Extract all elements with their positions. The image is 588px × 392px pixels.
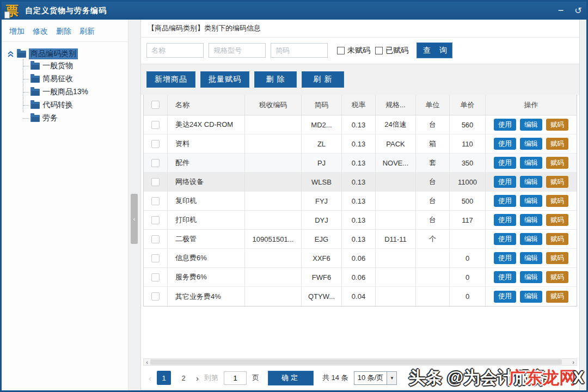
assign-code-button[interactable]: 赋码 <box>546 233 568 245</box>
next-page-icon[interactable]: › <box>196 373 199 383</box>
row-checkbox[interactable] <box>151 292 160 301</box>
unassigned-checkbox[interactable]: 未赋码 <box>337 46 370 56</box>
row-checkbox[interactable] <box>151 159 160 167</box>
tree-node-general-13[interactable]: 一般商品13% <box>23 85 126 99</box>
tree-node-label[interactable]: 劳务 <box>42 113 58 123</box>
scroll-right-icon[interactable]: › <box>570 359 577 365</box>
table-row: 复印机 FYJ 0.13 台 500 使用 编辑 赋码 <box>144 192 577 211</box>
tree-node-label[interactable]: 一般货物 <box>42 61 73 71</box>
batch-assign-button[interactable]: 批量赋码 <box>200 71 249 88</box>
edit-button[interactable]: 编辑 <box>520 271 542 283</box>
cell-price: 500 <box>450 192 486 210</box>
scrollbar-thumb[interactable] <box>150 359 562 365</box>
tree-node-general-goods[interactable]: 一般货物 <box>23 59 126 72</box>
sidebar-action-modify[interactable]: 修改 <box>33 27 48 36</box>
delete-button[interactable]: 删 除 <box>254 71 297 88</box>
use-button[interactable]: 使用 <box>494 271 516 283</box>
edit-button[interactable]: 编辑 <box>520 138 542 150</box>
edit-button[interactable]: 编辑 <box>520 291 542 303</box>
scroll-left-icon[interactable]: ‹ <box>144 359 150 365</box>
tree-node-label[interactable]: 简易征收 <box>42 74 73 84</box>
assign-code-button[interactable]: 赋码 <box>546 271 568 283</box>
page-button-1[interactable]: 1 <box>157 371 171 385</box>
row-checkbox[interactable] <box>151 216 160 224</box>
row-checkbox-cell <box>144 268 168 286</box>
assign-code-button[interactable]: 赋码 <box>546 252 568 264</box>
row-checkbox[interactable] <box>151 121 160 129</box>
edit-button[interactable]: 编辑 <box>520 119 542 131</box>
use-button[interactable]: 使用 <box>494 195 516 207</box>
use-button[interactable]: 使用 <box>494 119 516 131</box>
assign-code-button[interactable]: 赋码 <box>546 291 568 303</box>
sidebar-action-add[interactable]: 增加 <box>9 27 24 36</box>
assign-code-button[interactable]: 赋码 <box>546 157 568 169</box>
prev-page-icon[interactable]: ‹ <box>149 373 151 383</box>
assign-code-button[interactable]: 赋码 <box>546 119 568 131</box>
use-button[interactable]: 使用 <box>494 138 516 150</box>
tree-node-simple-levy[interactable]: 简易征收 <box>23 72 126 85</box>
tree-root-label[interactable]: 商品编码类别 <box>29 48 78 59</box>
goto-page-input[interactable] <box>224 371 247 385</box>
horizontal-scrollbar[interactable]: ‹ › <box>143 358 577 366</box>
query-button[interactable]: 查 询 <box>416 42 452 58</box>
per-page-select[interactable]: 10 条/页 ▼ <box>354 371 397 385</box>
assign-code-button[interactable]: 赋码 <box>546 138 568 150</box>
assign-code-button[interactable]: 赋码 <box>546 214 568 226</box>
confirm-page-button[interactable]: 确定 <box>268 371 314 385</box>
add-product-button[interactable]: 新增商品 <box>146 71 195 88</box>
use-button[interactable]: 使用 <box>494 233 516 245</box>
tree-root-node[interactable]: 商品编码类别 <box>4 48 126 59</box>
edit-button[interactable]: 编辑 <box>520 176 542 188</box>
edit-button[interactable]: 编辑 <box>520 233 542 245</box>
cell-price: 350 <box>450 154 486 172</box>
use-button[interactable]: 使用 <box>494 214 516 226</box>
sidebar-collapse-handle[interactable]: ‹ <box>131 194 138 244</box>
cell-price <box>450 230 486 248</box>
select-all-checkbox[interactable] <box>151 101 160 109</box>
cell-operations: 使用 编辑 赋码 <box>486 154 577 172</box>
cell-short-code: XXF6 <box>302 249 342 267</box>
edit-button[interactable]: 编辑 <box>520 214 542 226</box>
dropdown-arrow-icon[interactable]: ▼ <box>387 372 396 384</box>
assign-code-button[interactable]: 赋码 <box>546 176 568 188</box>
restore-icon[interactable]: ↺ <box>570 5 586 16</box>
edit-button[interactable]: 编辑 <box>520 195 542 207</box>
cell-tax-rate: 0.13 <box>342 173 376 191</box>
folder-icon <box>17 51 26 58</box>
scrollbar-track[interactable] <box>150 359 570 365</box>
assigned-checkbox[interactable]: 已赋码 <box>375 46 408 56</box>
refresh-button[interactable]: 刷 新 <box>302 71 344 88</box>
search-bar: 未赋码 已赋码 查 询 <box>141 38 579 64</box>
checkbox-icon[interactable] <box>375 47 383 54</box>
assign-code-button[interactable]: 赋码 <box>546 195 568 207</box>
tree-node-label[interactable]: 代码转换 <box>42 100 73 110</box>
tree-node-code-convert[interactable]: 代码转换 <box>23 99 126 112</box>
sidebar-action-delete[interactable]: 删除 <box>56 27 71 36</box>
row-checkbox[interactable] <box>151 178 160 186</box>
row-checkbox[interactable] <box>151 235 160 243</box>
use-button[interactable]: 使用 <box>494 291 516 303</box>
minimize-icon[interactable]: − <box>553 5 569 16</box>
cell-operations: 使用 编辑 赋码 <box>486 173 577 191</box>
page-button-2[interactable]: 2 <box>176 371 191 385</box>
sidebar-action-refresh[interactable]: 刷新 <box>79 27 95 36</box>
checkbox-icon[interactable] <box>337 47 345 54</box>
cell-unit <box>416 249 450 267</box>
row-checkbox[interactable] <box>151 140 160 148</box>
cell-spec <box>376 211 416 229</box>
tree-node-label[interactable]: 一般商品13% <box>42 87 88 97</box>
tree-node-labor[interactable]: 劳务 <box>23 112 126 125</box>
collapse-chevron-icon[interactable] <box>7 51 14 58</box>
shortcode-search-input[interactable] <box>271 43 328 58</box>
edit-button[interactable]: 编辑 <box>520 252 542 264</box>
edit-button[interactable]: 编辑 <box>520 157 542 169</box>
row-checkbox[interactable] <box>151 197 160 205</box>
use-button[interactable]: 使用 <box>494 252 516 264</box>
cell-name: 其它业务费4% <box>168 287 245 306</box>
use-button[interactable]: 使用 <box>494 157 516 169</box>
row-checkbox[interactable] <box>151 273 160 281</box>
name-search-input[interactable] <box>146 43 204 58</box>
use-button[interactable]: 使用 <box>494 176 516 188</box>
spec-search-input[interactable] <box>209 43 266 58</box>
row-checkbox[interactable] <box>151 254 160 262</box>
